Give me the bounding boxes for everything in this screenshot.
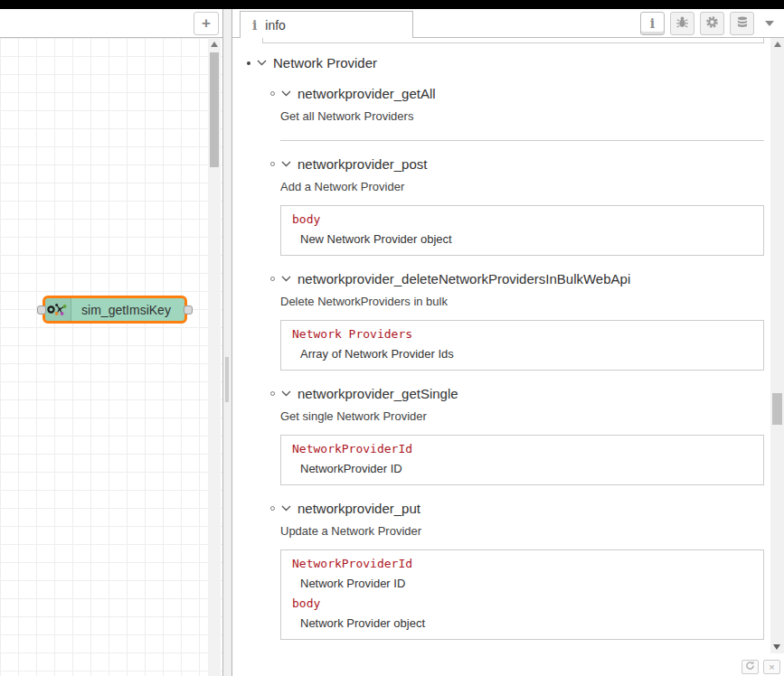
chevron-down-icon[interactable] xyxy=(281,505,291,512)
operation-name: networkprovider_put xyxy=(298,501,420,516)
tree-item-label: Network Provider xyxy=(273,55,377,70)
list-circle-icon xyxy=(270,91,275,96)
context-data-tool-button[interactable] xyxy=(730,12,754,35)
operation-name: networkprovider_getSingle xyxy=(298,386,458,401)
info-icon: i xyxy=(650,16,655,31)
refresh-button[interactable] xyxy=(741,660,759,674)
operation-name: networkprovider_getAll xyxy=(298,86,436,101)
tree-item-operation[interactable]: networkprovider_getAll xyxy=(269,86,770,101)
param-name: body xyxy=(292,212,752,226)
config-nodes-tool-button[interactable] xyxy=(700,12,724,35)
flow-node-sim-getimsikey[interactable]: sim_getImsiKey xyxy=(43,296,187,324)
chevron-down-icon[interactable] xyxy=(281,276,291,282)
sidebar: i info i xyxy=(232,9,784,676)
info-tool-button[interactable]: i xyxy=(640,12,665,35)
sidebar-menu-button[interactable] xyxy=(760,12,779,35)
add-flow-button[interactable]: + xyxy=(194,12,219,35)
splitter-grip[interactable] xyxy=(225,357,229,402)
clipped-param-box xyxy=(262,38,764,43)
info-panel: Network Provider networkprovider_getAll … xyxy=(232,38,784,653)
list-bullet-icon xyxy=(247,61,250,65)
node-output-port[interactable] xyxy=(184,305,193,315)
header-bar xyxy=(0,0,784,9)
tree-item-operation[interactable]: networkprovider_getSingle xyxy=(269,386,770,401)
list-circle-icon xyxy=(270,506,275,511)
operation-description: Get single Network Provider xyxy=(280,409,770,423)
param-box: Network Providers Array of Network Provi… xyxy=(280,320,764,371)
param-box: NetworkProviderId NetworkProvider ID xyxy=(280,435,764,485)
info-icon: i xyxy=(252,18,257,33)
list-circle-icon xyxy=(270,391,275,396)
node-input-port[interactable] xyxy=(37,305,46,315)
chevron-down-icon[interactable] xyxy=(257,60,267,66)
param-description: Array of Network Provider Ids xyxy=(300,347,752,361)
close-button[interactable]: × xyxy=(763,660,780,674)
gear-icon xyxy=(705,15,719,32)
debug-tool-button[interactable] xyxy=(670,12,694,35)
tree-item-operation[interactable]: networkprovider_post xyxy=(269,156,770,172)
flow-canvas[interactable]: sim_getImsiKey xyxy=(0,38,222,676)
refresh-icon xyxy=(745,661,755,673)
tab-info-label: info xyxy=(265,18,286,33)
scroll-down-arrow-icon[interactable] xyxy=(773,644,780,650)
list-circle-icon xyxy=(270,277,275,281)
param-description: NetworkProvider ID xyxy=(300,462,752,475)
bug-icon xyxy=(675,15,689,32)
operation-description: Delete NetworkProviders in bulk xyxy=(280,295,770,308)
scroll-up-arrow-icon[interactable] xyxy=(774,42,781,47)
sidebar-footer: × xyxy=(232,653,784,676)
tree-item-network-provider[interactable]: Network Provider xyxy=(245,55,770,70)
param-description: New Network Provider object xyxy=(300,232,752,246)
node-red-window: + xyxy=(0,0,784,676)
info-panel-content: Network Provider networkprovider_getAll … xyxy=(232,38,770,653)
sidebar-scrollbar-thumb[interactable] xyxy=(772,393,782,425)
param-description: Network Provider object xyxy=(300,616,752,630)
sidebar-header: i info i xyxy=(232,9,784,38)
chevron-down-icon[interactable] xyxy=(281,161,291,167)
chevron-down-icon[interactable] xyxy=(281,390,291,397)
param-box: NetworkProviderId Network Provider ID bo… xyxy=(280,549,764,640)
openapi-node-icon xyxy=(45,298,71,321)
main-area: + xyxy=(0,9,784,676)
sidebar-vertical-scrollbar[interactable] xyxy=(770,38,784,653)
tree-item-operation[interactable]: networkprovider_deleteNetworkProvidersIn… xyxy=(269,271,770,286)
param-name: NetworkProviderId xyxy=(292,442,752,455)
operation-description: Add a Network Provider xyxy=(280,180,770,193)
tree-item-operation[interactable]: networkprovider_put xyxy=(269,501,770,516)
param-description: Network Provider ID xyxy=(300,577,752,590)
flow-editor: + xyxy=(0,9,222,676)
divider xyxy=(280,140,764,141)
database-icon xyxy=(736,15,749,32)
chevron-down-icon[interactable] xyxy=(281,90,291,97)
param-name: Network Providers xyxy=(292,327,752,341)
tab-info[interactable]: i info xyxy=(240,11,413,38)
node-label: sim_getImsiKey xyxy=(71,303,184,317)
chevron-down-icon xyxy=(765,21,774,26)
scroll-up-arrow-icon[interactable] xyxy=(211,42,218,47)
panel-splitter[interactable] xyxy=(222,9,232,676)
canvas-vertical-scrollbar[interactable] xyxy=(208,38,221,676)
list-circle-icon xyxy=(270,162,275,166)
operation-description: Get all Network Providers xyxy=(280,109,770,123)
workspace-tab-bar: + xyxy=(0,9,222,38)
param-box: body New Network Provider object xyxy=(280,205,764,256)
operation-name: networkprovider_deleteNetworkProvidersIn… xyxy=(298,271,630,286)
param-name: body xyxy=(292,596,752,610)
operation-description: Update a Network Provider xyxy=(280,524,770,538)
operation-name: networkprovider_post xyxy=(298,156,427,172)
param-name: NetworkProviderId xyxy=(292,557,752,570)
sidebar-toolbar: i xyxy=(640,12,779,35)
canvas-scrollbar-thumb[interactable] xyxy=(210,52,219,167)
